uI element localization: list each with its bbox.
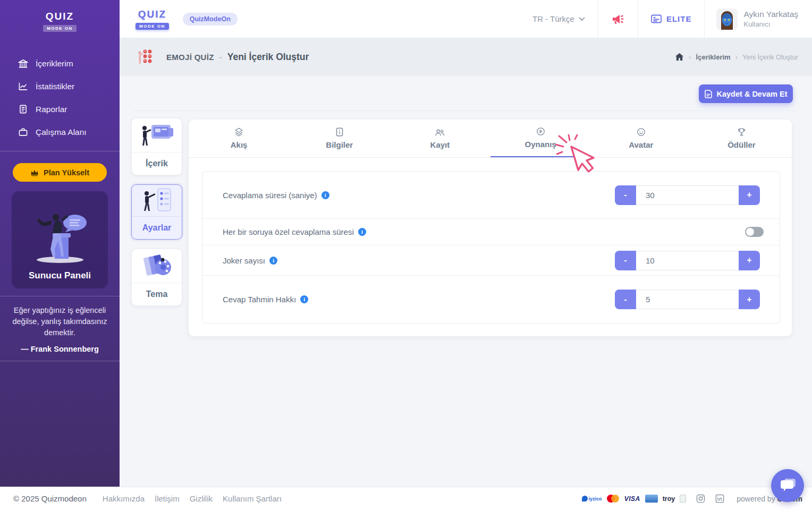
tab-rewards[interactable]: Ödüller <box>691 120 792 157</box>
guess-rights-stepper: - 5 + <box>615 290 760 309</box>
setting-label-text: Cevaplama süresi (saniye) <box>223 191 317 200</box>
title-bar: EMOJİ QUİZ - Yeni İçerik Oluştur › İçeri… <box>120 38 812 76</box>
user-name: Aykın Yarkataş <box>743 10 798 19</box>
toggle-knob <box>746 228 754 236</box>
answer-time-value[interactable]: 30 <box>636 185 739 205</box>
payment-visa-logo: VISA <box>624 495 640 503</box>
upgrade-plan-button[interactable]: Plan Yükselt <box>13 163 107 182</box>
announcements-button[interactable] <box>598 0 638 38</box>
plan-badge-label: ELITE <box>666 14 692 23</box>
tab-gameplay[interactable]: Oynanış <box>490 120 591 157</box>
tab-avatar[interactable]: Avatar <box>591 120 691 157</box>
sidebar-item-label: Raporlar <box>36 105 67 114</box>
tab-label: Kayıt <box>430 140 450 149</box>
info-icon[interactable] <box>300 295 308 303</box>
footer-link-privacy[interactable]: Gizlilik <box>190 494 213 503</box>
footer-link-contact[interactable]: İletişim <box>155 494 180 503</box>
breadcrumb-chevron: › <box>689 53 691 61</box>
language-selector[interactable]: TR - Türkçe <box>520 0 598 38</box>
tab-registration[interactable]: Kayıt <box>390 120 490 157</box>
tab-flow[interactable]: Akış <box>189 120 289 157</box>
info-icon[interactable] <box>358 228 366 236</box>
breadcrumb-chevron: › <box>735 53 738 61</box>
chat-widget-button[interactable] <box>771 469 804 502</box>
sidebar-nav: İçeriklerim İstatistikler Raporlar Çalış… <box>0 52 120 143</box>
sidebar-item-contents[interactable]: İçeriklerim <box>0 52 120 75</box>
increment-button[interactable]: + <box>739 290 760 309</box>
linkedin-icon[interactable] <box>715 494 724 503</box>
user-menu[interactable]: Aykın Yarkataş Kullanıcı <box>704 0 812 38</box>
save-continue-label: Kaydet & Devam Et <box>717 90 788 98</box>
settings-panel: Akış Bilgiler Kayıt Oynanış Avatar <box>189 120 792 336</box>
info-icon[interactable] <box>322 191 329 199</box>
theme-illustration <box>132 249 182 283</box>
language-label: TR - Türkçe <box>532 14 574 23</box>
sidebar-item-statistics[interactable]: İstatistikler <box>0 75 120 98</box>
sidebar-item-workspace[interactable]: Çalışma Alanı <box>0 121 120 143</box>
side-tab-label: Tema <box>132 283 182 305</box>
tab-info[interactable]: Bilgiler <box>289 120 390 157</box>
footer-link-about[interactable]: Hakkımızda <box>103 494 145 503</box>
briefcase-icon <box>18 127 28 137</box>
play-circle-icon <box>536 127 545 136</box>
quiz-name: EMOJİ QUİZ <box>166 53 214 62</box>
footer: © 2025 Quizmodeon Hakkımızda İletişim Gi… <box>0 487 812 510</box>
setting-row-jokers: Joker sayısı - 10 + <box>202 245 780 275</box>
payment-mastercard-logo <box>607 495 620 503</box>
side-tab-content[interactable]: İçerik <box>131 118 182 175</box>
side-tab-theme[interactable]: Tema <box>131 249 182 306</box>
footer-link-terms[interactable]: Kullanım Şartları <box>223 494 282 503</box>
payment-iyzico-logo: iyzico <box>582 496 602 502</box>
increment-button[interactable]: + <box>739 251 760 270</box>
save-icon <box>705 90 712 98</box>
sidebar-item-reports[interactable]: Raporlar <box>0 98 120 121</box>
setting-label: Her bir soruya özel cevaplama süresi <box>223 227 366 236</box>
library-icon <box>18 58 28 69</box>
megaphone-icon <box>611 13 625 26</box>
tab-label: Akış <box>231 140 248 149</box>
app-logo[interactable]: QUIZ MODE ON <box>136 8 169 30</box>
tab-label: Avatar <box>629 140 653 149</box>
setting-label: Cevaplama süresi (saniye) <box>223 191 329 200</box>
home-icon[interactable] <box>675 53 684 61</box>
decrement-button[interactable]: - <box>615 290 636 309</box>
footer-links: Hakkımızda İletişim Gizlilik Kullanım Şa… <box>103 494 282 503</box>
iyzico-mark <box>582 496 588 502</box>
organization-badge[interactable]: QuizModeOn <box>183 13 238 26</box>
quote-author: — Frank Sonnenberg <box>9 345 111 353</box>
membership-card-icon <box>651 14 662 23</box>
tab-label: Oynanış <box>525 140 556 149</box>
logo-subtext: MODE ON <box>43 25 77 32</box>
instagram-icon[interactable] <box>696 494 705 503</box>
sidebar-item-label: Çalışma Alanı <box>36 128 87 137</box>
guess-rights-value[interactable]: 5 <box>636 290 739 309</box>
side-tab-settings[interactable]: Ayarlar <box>131 184 182 240</box>
increment-button[interactable]: + <box>739 185 760 205</box>
setting-label: Joker sayısı <box>223 256 277 265</box>
sidebar-divider <box>0 151 120 151</box>
plan-badge[interactable]: ELITE <box>638 0 705 38</box>
decrement-button[interactable]: - <box>615 251 636 270</box>
setting-row-per-question-time: Her bir soruya özel cevaplama süresi <box>202 218 780 245</box>
per-question-time-toggle[interactable] <box>745 227 764 237</box>
tab-label: Bilgiler <box>326 140 353 149</box>
page-title: Yeni İçerik Oluştur <box>227 52 309 63</box>
host-panel-card[interactable]: Sunucu Paneli <box>12 191 108 288</box>
iyzico-label: iyzico <box>589 496 602 502</box>
etbis-badge <box>680 495 686 503</box>
joker-count-value[interactable]: 10 <box>636 251 739 270</box>
breadcrumb-contents-link[interactable]: İçeriklerim <box>696 53 731 61</box>
setting-label-text: Joker sayısı <box>223 256 265 265</box>
decrement-button[interactable]: - <box>615 185 636 205</box>
info-icon[interactable] <box>269 257 277 265</box>
user-info: Aykın Yarkataş Kullanıcı <box>743 10 798 28</box>
logo-subtext: MODE ON <box>136 23 169 30</box>
title-separator: - <box>219 53 222 62</box>
save-continue-button[interactable]: Kaydet & Devam Et <box>699 84 793 103</box>
payment-card-logo <box>645 495 658 503</box>
answer-time-stepper: - 30 + <box>615 185 760 205</box>
copyright: © 2025 Quizmodeon <box>13 494 87 503</box>
sidebar-logo[interactable]: QUIZ MODE ON <box>0 0 120 32</box>
sidebar: QUIZ MODE ON İçeriklerim İstatistikler R… <box>0 0 120 487</box>
logo-text: QUIZ <box>136 8 169 20</box>
